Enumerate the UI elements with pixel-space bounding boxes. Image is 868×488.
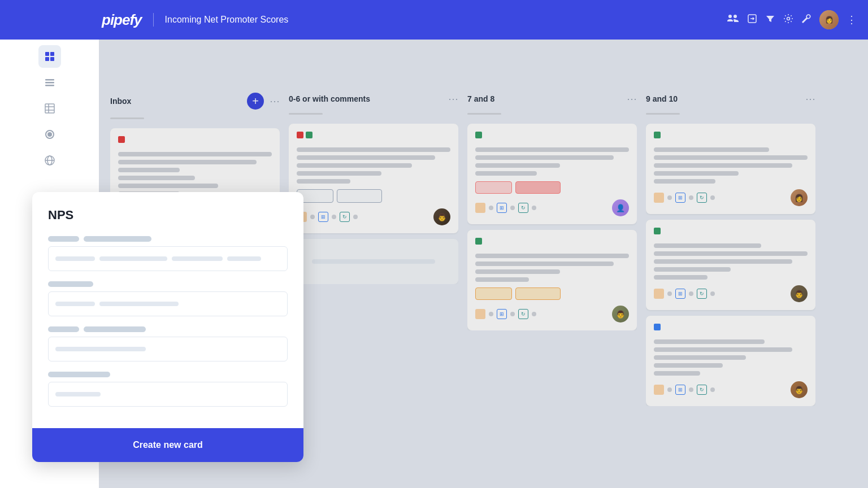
label-bar4 xyxy=(48,326,79,332)
form-label-2 xyxy=(48,281,288,287)
sidebar-item-list[interactable] xyxy=(38,71,61,94)
sidebar-item-globe[interactable] xyxy=(38,149,61,172)
card-icon-dot1 xyxy=(489,312,493,316)
form-input-2[interactable] xyxy=(48,291,288,316)
svg-rect-3 xyxy=(50,57,54,61)
create-new-card-button[interactable]: Create new card xyxy=(32,428,303,462)
tag-green xyxy=(654,228,661,234)
sidebar-items xyxy=(0,45,99,172)
card-9-10-3[interactable]: ⊞ ↻ 👨 xyxy=(646,316,815,406)
label-bar3 xyxy=(48,281,93,287)
card-footer: ⊞ ↻ 👨 xyxy=(475,306,629,323)
svg-rect-6 xyxy=(45,85,54,86)
avatar-face: 👨 xyxy=(433,208,450,225)
avatar-face: 👨 xyxy=(612,306,629,323)
card-icon-teal: ↻ xyxy=(697,193,707,203)
card-footer: ⊞ ↻ 👨 xyxy=(654,381,808,398)
card-icon-dot3 xyxy=(710,195,715,200)
card-icon-dot1 xyxy=(489,206,493,210)
card-icon-dot2 xyxy=(332,215,336,219)
card-icon-dot1 xyxy=(667,291,672,296)
card-icon-dot1 xyxy=(667,195,672,200)
sidebar-item-grid[interactable] xyxy=(38,45,61,68)
form-group-2 xyxy=(48,281,288,316)
card-footer: ⊞ ↻ 👨 xyxy=(654,285,808,302)
column-header-inbox: Inbox + ⋯ xyxy=(110,90,280,112)
column-line-inbox xyxy=(110,117,144,119)
column-header-comments: 0-6 or with comments ⋯ xyxy=(289,90,458,107)
card-icon-dot2 xyxy=(510,312,515,316)
column-9-10: 9 and 10 ⋯ ⊞ xyxy=(646,90,815,488)
label-bar5 xyxy=(84,326,146,332)
form-input-1[interactable] xyxy=(48,246,288,271)
card-comments-2[interactable] xyxy=(289,239,458,284)
add-card-button-inbox[interactable]: + xyxy=(247,93,264,110)
badge-pink xyxy=(475,181,512,194)
card-icons: ⊞ ↻ xyxy=(654,289,715,299)
column-more-9-10[interactable]: ⋯ xyxy=(805,93,815,105)
card-icon-orange xyxy=(475,309,485,319)
avatar-face: 👤 xyxy=(612,199,629,216)
sidebar-item-automation[interactable] xyxy=(38,123,61,146)
card-icons: ⊞ ↻ xyxy=(297,212,358,222)
column-title-inbox: Inbox xyxy=(110,97,241,106)
column-7-8: 7 and 8 ⋯ xyxy=(467,90,637,488)
column-line-7-8 xyxy=(467,113,501,115)
card-comments-1[interactable]: ⊞ ↻ 👨 xyxy=(289,124,458,233)
card-avatar: 👨 xyxy=(612,306,629,323)
sidebar-logo-area xyxy=(0,0,99,40)
tag-blue xyxy=(654,324,661,330)
svg-rect-7 xyxy=(45,104,54,113)
card-footer: ⊞ ↻ 👨 xyxy=(297,208,450,225)
members-icon[interactable] xyxy=(727,14,739,27)
more-options-icon[interactable]: ⋮ xyxy=(847,14,857,26)
card-avatar: 👤 xyxy=(612,199,629,216)
wrench-icon[interactable] xyxy=(801,14,811,27)
user-avatar[interactable]: 👩 xyxy=(819,10,839,29)
badge-orange xyxy=(475,287,512,300)
svg-rect-5 xyxy=(45,82,54,84)
modal-title: NPS xyxy=(48,208,288,223)
badge-pink2 xyxy=(515,181,561,194)
card-icon-dot2 xyxy=(689,291,693,296)
card-icon-orange xyxy=(654,289,664,299)
form-label-4 xyxy=(48,372,288,377)
column-more-7-8[interactable]: ⋯ xyxy=(627,93,637,105)
export-icon[interactable] xyxy=(747,14,757,27)
card-9-10-2[interactable]: ⊞ ↻ 👨 xyxy=(646,220,815,310)
filter-icon[interactable] xyxy=(765,14,775,27)
card-7-8-1[interactable]: ⊞ ↻ 👤 xyxy=(467,124,637,224)
card-icon-dot3 xyxy=(353,215,358,219)
column-header-9-10: 9 and 10 ⋯ xyxy=(646,90,815,107)
settings-icon[interactable] xyxy=(783,14,793,27)
column-title-9-10: 9 and 10 xyxy=(646,94,800,103)
card-icons: ⊞ ↻ xyxy=(654,385,715,395)
card-footer: ⊞ ↻ 👩 xyxy=(654,189,808,206)
column-title-7-8: 7 and 8 xyxy=(467,94,621,103)
card-icon-dot2 xyxy=(510,206,515,210)
form-input-3[interactable] xyxy=(48,337,288,361)
card-footer: ⊞ ↻ 👤 xyxy=(475,199,629,216)
card-7-8-2[interactable]: ⊞ ↻ 👨 xyxy=(467,230,637,330)
card-icon-blue: ⊞ xyxy=(497,203,507,213)
card-icon-dot2 xyxy=(689,195,693,200)
column-more-inbox[interactable]: ⋯ xyxy=(270,95,280,107)
card-9-10-1[interactable]: ⊞ ↻ 👩 xyxy=(646,124,815,214)
column-more-comments[interactable]: ⋯ xyxy=(448,93,458,105)
card-icon-dot3 xyxy=(532,312,536,316)
sidebar-item-table[interactable] xyxy=(38,97,61,120)
column-cards-7-8: ⊞ ↻ 👤 xyxy=(467,124,637,330)
form-input-4[interactable] xyxy=(48,382,288,407)
create-card-modal: NPS xyxy=(32,192,303,462)
card-icon-blue: ⊞ xyxy=(675,289,685,299)
avatar-face: 👨 xyxy=(791,381,808,398)
svg-rect-1 xyxy=(50,52,54,56)
card-tags xyxy=(654,132,808,143)
form-group-4 xyxy=(48,372,288,407)
card-icon-orange xyxy=(654,385,664,395)
form-label-1 xyxy=(48,236,288,242)
card-avatar: 👨 xyxy=(433,208,450,225)
column-line-9-10 xyxy=(646,113,680,115)
label-bar2 xyxy=(84,236,151,242)
avatar-face: 👨 xyxy=(791,285,808,302)
